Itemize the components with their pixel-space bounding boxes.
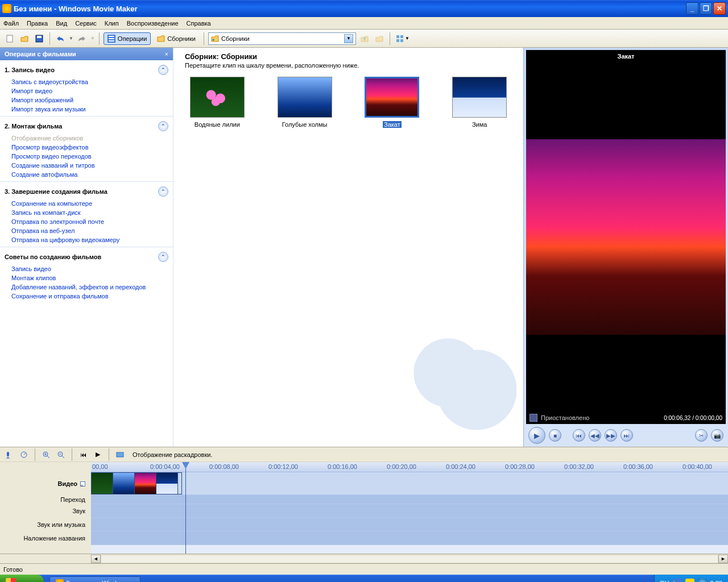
tip-capture[interactable]: Запись видео — [0, 264, 173, 273]
chevron-up-icon[interactable]: ⌃ — [158, 65, 168, 75]
view-options-button[interactable]: ▼ — [394, 32, 411, 45]
close-button[interactable]: ✕ — [713, 2, 726, 15]
svg-rect-10 — [396, 39, 399, 42]
timeline-clip-group[interactable] — [91, 472, 182, 494]
clock[interactable]: 0:28 — [710, 580, 722, 582]
track-label-titleoverlay: Наложение названия — [0, 531, 91, 545]
taskbar-app-button[interactable]: Без имени - Windows... — [49, 576, 140, 582]
timeline-audio-levels-button[interactable] — [18, 449, 30, 460]
task-send-email[interactable]: Отправка по электронной почте — [0, 217, 173, 226]
scroll-track[interactable] — [101, 555, 718, 563]
clip-thumb-lily[interactable]: Водяные лилии — [185, 77, 250, 128]
statusbar: Готово — [0, 563, 728, 575]
tasks-pane-label: Операции — [118, 35, 147, 42]
tasks-pane-button[interactable]: Операции — [104, 32, 151, 45]
tray-network-icon[interactable] — [698, 579, 707, 582]
timeline-rewind-button[interactable]: ⏮ — [77, 449, 89, 460]
menu-view[interactable]: Вид — [56, 20, 67, 27]
tip-save[interactable]: Сохранение и отправка фильмов — [0, 292, 173, 301]
task-capture-device[interactable]: Запись с видеоустройства — [0, 77, 173, 86]
language-indicator[interactable]: RU — [660, 580, 669, 582]
sidebar-close-icon[interactable]: × — [165, 51, 168, 57]
task-view-effects[interactable]: Просмотр видеоэффектов — [0, 143, 173, 152]
collection-hint: Перетащите клип на шкалу времени, распол… — [185, 62, 512, 69]
split-button[interactable]: ✂ — [695, 429, 708, 442]
titleoverlay-track[interactable] — [91, 531, 728, 545]
playhead[interactable] — [185, 462, 186, 554]
folder-icon — [157, 35, 165, 43]
rewind-button[interactable]: ◀◀ — [589, 429, 601, 442]
tip-edit[interactable]: Монтаж клипов — [0, 273, 173, 282]
timeline-narrate-button[interactable] — [3, 449, 15, 460]
menu-clip[interactable]: Клип — [105, 20, 119, 27]
task-view-transitions[interactable]: Просмотр видео переходов — [0, 152, 173, 161]
task-make-titles[interactable]: Создание названий и титров — [0, 161, 173, 170]
chevron-up-icon[interactable]: ⌃ — [158, 186, 168, 197]
prev-clip-button[interactable]: ⏮ — [573, 429, 585, 442]
task-send-dv[interactable]: Отправка на цифровую видеокамеру — [0, 235, 173, 244]
audiomusic-track[interactable] — [91, 518, 728, 531]
dropdown-arrow-icon[interactable]: ▼ — [344, 34, 353, 43]
next-clip-button[interactable]: ⏭ — [621, 429, 633, 442]
tray-shield-icon[interactable] — [685, 579, 694, 582]
thumb-image — [190, 77, 245, 118]
chevron-up-icon[interactable]: ⌃ — [158, 121, 168, 131]
redo-button[interactable] — [76, 32, 88, 45]
collection-dropdown[interactable]: Сборники ▼ — [208, 32, 356, 45]
task-group-edit: 2. Монтаж фильма⌃ Отображение сборников … — [0, 116, 173, 181]
timeline-tracks[interactable]: 00,00 0:00:04,00 0:00:08,00 0:00:12,00 0… — [91, 462, 728, 554]
stop-button[interactable]: ■ — [549, 429, 561, 442]
menu-tools[interactable]: Сервис — [75, 20, 97, 27]
minimize-button[interactable]: _ — [686, 2, 698, 15]
track-label-transition: Переход — [0, 495, 91, 504]
maximize-button[interactable]: ❐ — [700, 2, 712, 15]
menu-play[interactable]: Воспроизведение — [127, 20, 179, 27]
new-button[interactable] — [3, 32, 16, 45]
save-button[interactable] — [33, 32, 46, 45]
task-import-video[interactable]: Импорт видео — [0, 86, 173, 95]
snapshot-button[interactable]: 📷 — [711, 429, 723, 442]
menu-edit[interactable]: Правка — [27, 20, 48, 27]
thumb-image — [452, 77, 507, 118]
zoom-out-button[interactable] — [55, 449, 67, 460]
task-import-images[interactable]: Импорт изображений — [0, 95, 173, 105]
scroll-right-button[interactable]: ► — [718, 555, 728, 563]
task-import-audio[interactable]: Импорт звука или музыки — [0, 105, 173, 114]
track-label-video[interactable]: Видео▫ — [0, 472, 91, 495]
video-track[interactable] — [91, 472, 728, 495]
start-button[interactable]: пуск — [0, 575, 44, 582]
play-button[interactable]: ▶ — [528, 427, 545, 444]
transition-track[interactable] — [91, 495, 728, 504]
task-save-computer[interactable]: Сохранение на компьютере — [0, 199, 173, 208]
tray-icon[interactable]: ‹ — [673, 579, 682, 582]
zoom-in-button[interactable] — [40, 449, 52, 460]
timeline-scrollbar[interactable]: ◄ ► — [0, 554, 728, 563]
storyboard-toggle[interactable]: Отображение раскадровки. — [133, 451, 212, 458]
collection-icon — [211, 35, 219, 43]
chevron-up-icon[interactable]: ⌃ — [158, 252, 168, 262]
up-level-button[interactable] — [358, 32, 371, 45]
task-send-web[interactable]: Отправка на веб-узел — [0, 226, 173, 235]
collections-pane-button[interactable]: Сборники — [153, 32, 200, 45]
preview-screen[interactable] — [526, 63, 726, 411]
forward-button[interactable]: ▶▶ — [605, 429, 617, 442]
new-folder-button[interactable] — [373, 32, 386, 45]
menu-file[interactable]: Файл — [3, 20, 19, 27]
task-burn-cd[interactable]: Запись на компакт-диск — [0, 208, 173, 217]
task-automovie[interactable]: Создание автофильма — [0, 170, 173, 179]
clip-thumb-sunset[interactable]: Закат — [360, 77, 425, 128]
timeline-play-button[interactable]: ▶ — [92, 449, 104, 460]
menu-help[interactable]: Справка — [187, 20, 211, 27]
thumb-label: Зима — [472, 121, 487, 128]
clip-thumb-hills[interactable]: Голубые холмы — [272, 77, 337, 128]
task-group-tips: Советы по созданию фильмов⌃ Запись видео… — [0, 247, 173, 303]
clip-thumb-winter[interactable]: Зима — [447, 77, 512, 128]
tip-titles[interactable]: Добавление названий, эффектов и переходо… — [0, 282, 173, 292]
collapse-icon[interactable]: ▫ — [80, 481, 85, 487]
scroll-left-button[interactable]: ◄ — [91, 555, 101, 563]
storyboard-icon — [114, 449, 126, 460]
audio-track[interactable] — [91, 504, 728, 518]
open-button[interactable] — [18, 32, 31, 45]
undo-button[interactable] — [54, 32, 67, 45]
svg-rect-12 — [7, 452, 9, 456]
